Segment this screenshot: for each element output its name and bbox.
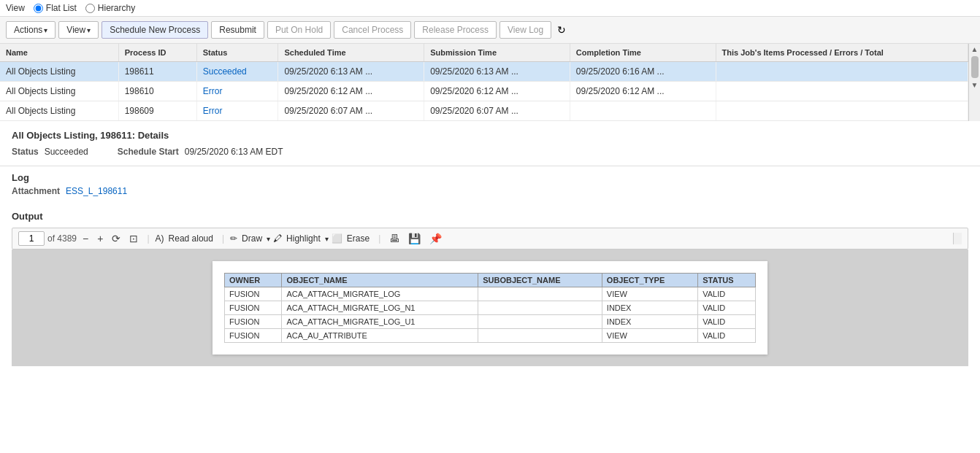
status-link[interactable]: Error: [203, 86, 223, 96]
view-radio-group: Flat List Hierarchy: [34, 3, 135, 13]
details-title: All Objects Listing, 198611: Details: [12, 130, 968, 141]
highlight-icon: 🖍: [273, 233, 282, 244]
pdf-divider-3: |: [375, 233, 383, 244]
pdf-highlight-button[interactable]: Highlight: [283, 232, 324, 245]
details-section: All Objects Listing, 198611: Details Sta…: [0, 121, 980, 166]
pdf-erase-button[interactable]: Erase: [344, 232, 372, 245]
col-scheduled-time: Scheduled Time: [278, 44, 424, 62]
pdf-pin-button[interactable]: 📌: [426, 231, 445, 246]
release-process-button[interactable]: Release Process: [414, 21, 497, 39]
output-title: Output: [12, 211, 968, 222]
log-title: Log: [12, 172, 968, 183]
pdf-scrollbar[interactable]: [953, 233, 962, 244]
scroll-up-icon[interactable]: ▲: [970, 44, 980, 55]
pdf-page-input[interactable]: [18, 231, 45, 246]
pdf-save-button[interactable]: 💾: [405, 231, 424, 246]
pdf-page: OWNEROBJECT_NAMESUBOBJECT_NAMEOBJECT_TYP…: [213, 261, 767, 355]
read-aloud-icon: A): [156, 233, 164, 244]
detail-schedule-label: Schedule Start: [118, 147, 179, 157]
pdf-draw-button[interactable]: Draw: [239, 232, 265, 245]
pdf-divider-2: |: [219, 233, 227, 244]
pdf-col-header: OBJECT_NAME: [282, 274, 478, 287]
col-completion-time: Completion Time: [570, 44, 716, 62]
attachment-label: Attachment: [12, 186, 60, 196]
detail-status: Status Succeeded: [12, 147, 88, 157]
col-status: Status: [196, 44, 278, 62]
table-header-row: Name Process ID Status Scheduled Time Su…: [0, 44, 968, 62]
pdf-read-aloud-group: A) Read aloud: [156, 232, 216, 245]
detail-schedule-value: 09/25/2020 6:13 AM EDT: [185, 147, 283, 157]
pdf-col-header: OWNER: [225, 274, 282, 287]
pdf-reset-button[interactable]: ⟳: [109, 231, 123, 246]
refresh-button[interactable]: ↻: [554, 23, 569, 37]
flat-list-label: Flat List: [46, 3, 77, 13]
pdf-page-total: of 4389: [47, 233, 77, 244]
pdf-zoom-out-button[interactable]: −: [80, 231, 91, 246]
details-row: Status Succeeded Schedule Start 09/25/20…: [12, 147, 968, 157]
draw-chevron-icon: ▾: [267, 235, 270, 243]
pdf-toolbar: of 4389 − + ⟳ ⊡ | A) Read aloud | ✏ Draw…: [12, 228, 968, 249]
flat-list-option[interactable]: Flat List: [34, 3, 77, 13]
scroll-thumb[interactable]: [971, 56, 979, 78]
erase-icon: ⬜: [332, 233, 342, 244]
zoom-out-icon: −: [83, 233, 88, 244]
hierarchy-option[interactable]: Hierarchy: [85, 3, 135, 13]
zoom-in-icon: +: [97, 233, 103, 244]
process-table-wrapper: Name Process ID Status Scheduled Time Su…: [0, 44, 980, 121]
cancel-process-button[interactable]: Cancel Process: [334, 21, 411, 39]
pdf-preview-area: OWNEROBJECT_NAMESUBOBJECT_NAMEOBJECT_TYP…: [12, 249, 968, 366]
pdf-erase-group: ⬜ Erase: [332, 232, 372, 245]
flat-list-radio[interactable]: [34, 4, 43, 13]
scroll-down-icon[interactable]: ▼: [970, 80, 980, 90]
reset-view-icon: ⟳: [112, 233, 120, 244]
hierarchy-label: Hierarchy: [98, 3, 135, 13]
main-toolbar: Actions ▾ View ▾ Schedule New Process Re…: [0, 17, 980, 44]
pdf-fit-page-button[interactable]: ⊡: [126, 231, 141, 246]
pdf-read-aloud-button[interactable]: Read aloud: [166, 232, 216, 245]
pdf-table-row: FUSIONACA_ATTACH_MIGRATE_LOGVIEWVALID: [225, 287, 756, 301]
output-section: Output of 4389 − + ⟳ ⊡ | A) Read aloud |…: [0, 205, 980, 366]
process-table-container: Name Process ID Status Scheduled Time Su…: [0, 44, 968, 121]
status-link[interactable]: Succeeded: [203, 66, 247, 77]
detail-status-value: Succeeded: [45, 147, 88, 157]
process-table: Name Process ID Status Scheduled Time Su…: [0, 44, 968, 121]
pdf-content-table: OWNEROBJECT_NAMESUBOBJECT_NAMEOBJECT_TYP…: [224, 273, 756, 343]
pdf-draw-group: ✏ Draw ▾: [230, 232, 270, 245]
table-row[interactable]: All Objects Listing198610Error09/25/2020…: [0, 82, 968, 101]
detail-status-label: Status: [12, 147, 39, 157]
table-scrollbar[interactable]: ▲ ▼: [968, 44, 980, 121]
view-button[interactable]: View ▾: [58, 21, 99, 39]
col-name: Name: [0, 44, 118, 62]
pin-icon: 📌: [429, 233, 442, 244]
pdf-col-header: STATUS: [698, 274, 756, 287]
detail-schedule-start: Schedule Start 09/25/2020 6:13 AM EDT: [118, 147, 283, 157]
table-row[interactable]: All Objects Listing198611Succeeded09/25/…: [0, 62, 968, 82]
draw-icon: ✏: [230, 233, 237, 244]
log-section: Log Attachment ESS_L_198611: [0, 166, 980, 205]
highlight-chevron-icon: ▾: [325, 235, 329, 243]
col-process-id: Process ID: [118, 44, 196, 62]
view-toggle-label: View: [6, 3, 25, 13]
actions-button[interactable]: Actions ▾: [6, 21, 55, 39]
attachment-link[interactable]: ESS_L_198611: [66, 186, 127, 196]
hierarchy-radio[interactable]: [85, 4, 95, 13]
view-toggle-bar: View Flat List Hierarchy: [0, 0, 980, 17]
pdf-print-button[interactable]: 🖶: [386, 231, 402, 246]
pdf-table-row: FUSIONACA_ATTACH_MIGRATE_LOG_N1INDEXVALI…: [225, 301, 756, 315]
actions-chevron-icon: ▾: [44, 26, 47, 34]
fit-page-icon: ⊡: [129, 233, 138, 244]
view-log-button[interactable]: View Log: [499, 21, 551, 39]
table-row[interactable]: All Objects Listing198609Error09/25/2020…: [0, 101, 968, 121]
attachment-row: Attachment ESS_L_198611: [12, 186, 968, 196]
pdf-table-row: FUSIONACA_ATTACH_MIGRATE_LOG_U1INDEXVALI…: [225, 315, 756, 329]
pdf-zoom-in-button[interactable]: +: [94, 231, 106, 246]
pdf-col-header: SUBOBJECT_NAME: [478, 274, 602, 287]
status-link[interactable]: Error: [203, 106, 223, 116]
put-on-hold-button[interactable]: Put On Hold: [267, 21, 331, 39]
col-submission-time: Submission Time: [424, 44, 570, 62]
pdf-highlight-group: 🖍 Highlight ▾: [273, 232, 329, 245]
schedule-new-process-button[interactable]: Schedule New Process: [102, 21, 208, 39]
resubmit-button[interactable]: Resubmit: [211, 21, 264, 39]
print-icon: 🖶: [389, 233, 399, 244]
pdf-divider-1: |: [144, 233, 152, 244]
